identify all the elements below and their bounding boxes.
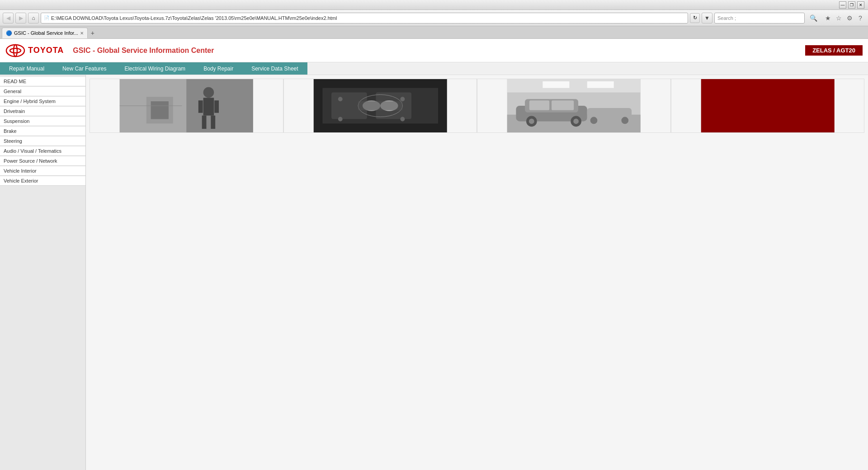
- svg-rect-8: [202, 116, 207, 129]
- close-button[interactable]: ✕: [857, 1, 864, 9]
- svg-rect-38: [529, 100, 549, 110]
- svg-point-36: [529, 119, 534, 124]
- stop-button[interactable]: ▼: [702, 13, 712, 24]
- toyota-logo-icon: [5, 43, 25, 58]
- favorites-button[interactable]: ★: [823, 13, 833, 23]
- page-icon: 📄: [44, 15, 49, 20]
- search-text: Search ;: [717, 15, 736, 21]
- svg-rect-30: [587, 81, 614, 88]
- sidebar-item-general[interactable]: General: [0, 87, 85, 96]
- tools-button[interactable]: ⚙: [844, 13, 854, 23]
- svg-point-42: [621, 117, 628, 124]
- tab-label: GSIC - Global Service Infor...: [14, 30, 78, 36]
- browser-window: — ❐ ✕ ◀ ▶ ⌂ 📄 E:\MEGA DOWNLOAD\Toyota Le…: [0, 0, 868, 470]
- svg-point-2: [14, 45, 17, 56]
- content-area: [86, 75, 868, 470]
- vehicle-badge: ZELAS / AGT20: [805, 45, 863, 56]
- feeds-button[interactable]: ☆: [834, 13, 844, 23]
- sidebar-item-audio-visual[interactable]: Audio / Visual / Telematics: [0, 146, 85, 156]
- tab-body-repair[interactable]: Body Repair: [194, 62, 242, 75]
- sidebar-item-suspension[interactable]: Suspension: [0, 117, 85, 126]
- restore-button[interactable]: ❐: [848, 1, 855, 9]
- toyota-header: TOYOTA GSIC - Global Service Information…: [0, 39, 868, 62]
- svg-point-0: [6, 45, 24, 56]
- brand-name: TOYOTA: [28, 46, 64, 55]
- svg-point-6: [203, 87, 214, 98]
- search-bar: Search ;: [714, 13, 805, 24]
- content-image-3[interactable]: [477, 79, 671, 133]
- svg-point-41: [590, 117, 598, 124]
- svg-rect-5: [186, 79, 253, 132]
- svg-rect-13: [151, 101, 169, 119]
- refresh-button[interactable]: ↻: [690, 13, 700, 23]
- svg-rect-43: [701, 79, 834, 132]
- search-button[interactable]: 🔍: [808, 13, 818, 23]
- tab-service-data-sheet[interactable]: Service Data Sheet: [242, 62, 307, 75]
- svg-rect-29: [542, 81, 569, 88]
- engine-work-image: [284, 79, 477, 132]
- svg-rect-28: [507, 79, 641, 93]
- svg-rect-10: [198, 100, 203, 113]
- sidebar-item-read-me[interactable]: READ ME: [0, 77, 85, 86]
- sidebar-item-power-source[interactable]: Power Source / Network: [0, 156, 85, 166]
- svg-rect-7: [203, 98, 214, 115]
- toyota-logo: TOYOTA: [5, 43, 64, 58]
- tab-new-car-features[interactable]: New Car Features: [53, 62, 115, 75]
- new-tab-button[interactable]: +: [88, 28, 98, 38]
- toolbar-icons: ★ ☆ ⚙ ?: [823, 13, 865, 23]
- content-image-2[interactable]: [283, 79, 477, 133]
- title-bar: — ❐ ✕: [0, 0, 868, 10]
- sidebar-item-vehicle-interior[interactable]: Vehicle Interior: [0, 166, 85, 176]
- svg-rect-11: [214, 100, 219, 113]
- svg-rect-26: [358, 101, 402, 110]
- content-image-4[interactable]: [671, 79, 865, 133]
- content-image-1[interactable]: [90, 79, 283, 133]
- garage-image: [477, 79, 670, 132]
- tab-favicon: 🔵: [6, 30, 12, 36]
- repair-shop-image: [90, 79, 283, 132]
- sidebar-item-vehicle-exterior[interactable]: Vehicle Exterior: [0, 176, 85, 186]
- sidebar-item-brake[interactable]: Brake: [0, 127, 85, 136]
- svg-rect-9: [211, 116, 215, 129]
- svg-point-23: [338, 117, 342, 122]
- sidebar-item-steering[interactable]: Steering: [0, 136, 85, 146]
- window-controls: — ❐ ✕: [839, 1, 864, 9]
- svg-point-21: [338, 97, 342, 101]
- tab-electrical-wiring[interactable]: Electrical Wiring Diagram: [115, 62, 194, 75]
- tab-bar: 🔵 GSIC - Global Service Infor... ✕ +: [0, 26, 868, 39]
- main-nav-tabs: Repair Manual New Car Features Electrica…: [0, 62, 868, 75]
- svg-rect-39: [552, 100, 574, 110]
- svg-point-24: [400, 117, 405, 122]
- sidebar-item-engine-hybrid[interactable]: Engine / Hybrid System: [0, 97, 85, 106]
- svg-point-37: [573, 119, 579, 124]
- main-layout: READ ME General Engine / Hybrid System D…: [0, 75, 868, 470]
- nav-bar: ◀ ▶ ⌂ 📄 E:\MEGA DOWNLOAD\Toyota Lexus\To…: [0, 10, 868, 26]
- address-bar[interactable]: 📄 E:\MEGA DOWNLOAD\Toyota Lexus\Toyota-L…: [41, 13, 688, 24]
- forward-button[interactable]: ▶: [15, 13, 26, 24]
- tab-repair-manual[interactable]: Repair Manual: [0, 62, 53, 75]
- help-button[interactable]: ?: [855, 13, 865, 23]
- browser-tab-active[interactable]: 🔵 GSIC - Global Service Infor... ✕: [2, 28, 88, 38]
- sidebar-item-drivetrain[interactable]: Drivetrain: [0, 107, 85, 116]
- address-text: E:\MEGA DOWNLOAD\Toyota Lexus\Toyota-Lex…: [51, 15, 337, 21]
- back-button[interactable]: ◀: [3, 13, 14, 24]
- sidebar: READ ME General Engine / Hybrid System D…: [0, 75, 86, 470]
- minimize-button[interactable]: —: [839, 1, 846, 9]
- svg-point-1: [10, 48, 21, 53]
- svg-point-22: [400, 97, 405, 101]
- home-button[interactable]: ⌂: [28, 13, 39, 24]
- gsic-title: GSIC - Global Service Information Center: [73, 47, 805, 55]
- page-content: TOYOTA GSIC - Global Service Information…: [0, 39, 868, 470]
- tab-close-button[interactable]: ✕: [80, 31, 84, 36]
- red-panel-image: [671, 79, 864, 132]
